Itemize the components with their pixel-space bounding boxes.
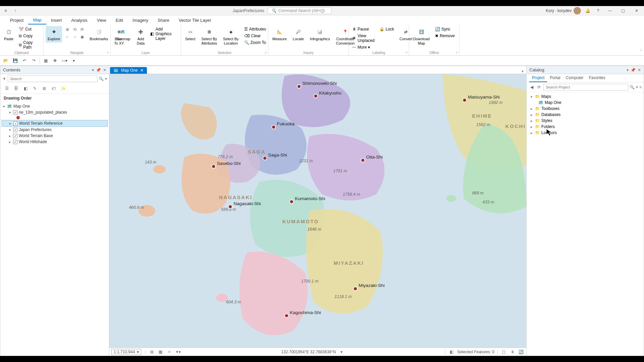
catalog-item[interactable]: ▸📁Databases <box>528 112 642 118</box>
expand-icon[interactable]: ▾ <box>2 105 6 108</box>
sync-button[interactable]: 🔄Sync <box>434 26 456 32</box>
bookmarks-button[interactable]: 📑 Bookmarks <box>88 26 110 43</box>
app-menu-icon[interactable]: ≡ <box>3 8 9 14</box>
lock-labeling-button[interactable]: 🔒Lock <box>378 26 395 32</box>
catalog-tab-favorites[interactable]: Favorites <box>586 74 608 82</box>
expand-icon[interactable]: ▸ <box>8 134 12 138</box>
catalog-close-button[interactable]: ✕ <box>638 68 641 72</box>
close-button[interactable]: ✕ <box>632 8 641 13</box>
menu-imagery[interactable]: Imagery <box>128 16 153 24</box>
collapse-ribbon-button[interactable]: ˄ <box>640 49 642 54</box>
notifications-icon[interactable]: 🔔 <box>585 8 591 14</box>
selection-dialog-launcher[interactable]: ⤢ <box>264 51 267 54</box>
expand-icon[interactable]: ▸ <box>529 113 533 117</box>
user-account[interactable]: Kory · korydev <box>546 7 581 14</box>
contents-search-input[interactable] <box>8 75 97 82</box>
expand-icon[interactable]: ▾ <box>529 95 533 99</box>
map-view-options-button[interactable]: ▾ <box>519 69 526 74</box>
map-tab[interactable]: 🗺️ Map One ✕ <box>110 67 147 74</box>
contents-pin-button[interactable]: 📌 <box>96 68 101 72</box>
expand-icon[interactable]: ▾ <box>8 111 12 114</box>
select-by-location-button[interactable]: ◈Select By Location <box>221 26 240 47</box>
menu-insert[interactable]: Insert <box>46 16 67 24</box>
catalog-search-options-button[interactable]: ▾ <box>636 85 638 89</box>
layer-item[interactable]: ▸✓World Terrain Base <box>2 133 108 139</box>
catalog-tab-project[interactable]: Project <box>529 74 547 82</box>
catalog-search-input[interactable] <box>543 84 628 90</box>
list-by-source-button[interactable]: 🗄 <box>12 85 20 92</box>
list-by-editing-button[interactable]: ✎ <box>31 85 39 92</box>
catalog-back-button[interactable]: ◀ <box>529 84 535 90</box>
attributes-button[interactable]: ☰Attributes <box>243 26 268 32</box>
catalog-item[interactable]: 🗺️Map One <box>528 100 642 106</box>
expand-icon[interactable]: ▸ <box>8 122 12 125</box>
menu-vector-tile-layer[interactable]: Vector Tile Layer <box>174 16 216 24</box>
layer-item[interactable]: ▾✓Japan Prefectures <box>2 127 108 133</box>
menu-view[interactable]: View <box>92 16 111 24</box>
basemap-button[interactable]: 🗺️ Basemap <box>113 26 132 43</box>
download-map-button[interactable]: ⬇️Download Map <box>411 26 432 47</box>
list-by-drawing-order-button[interactable]: ☰ <box>3 85 10 92</box>
contents-options-button[interactable]: ▾ <box>92 68 94 72</box>
layer-checkbox[interactable]: ✓ <box>13 140 17 144</box>
pause-drawing-button[interactable]: ⏸ <box>509 349 516 355</box>
list-by-selection-button[interactable]: ◧ <box>22 85 29 92</box>
save-project-button[interactable]: 💾 <box>11 57 19 64</box>
catalog-tab-computer[interactable]: Computer <box>563 74 586 82</box>
layer-checkbox[interactable]: ✓ <box>13 110 17 115</box>
search-icon[interactable]: 🔍 <box>99 76 104 81</box>
add-data-button[interactable]: ➕ Add Data <box>134 26 147 47</box>
offline-dialog-launcher[interactable]: ⤢ <box>455 51 458 54</box>
catalog-item[interactable]: ▾📁Maps <box>528 94 642 100</box>
map-scale-selector[interactable]: 1:1,710,944 ▾ <box>111 349 141 355</box>
menu-analysis[interactable]: Analysis <box>66 16 92 24</box>
close-map-tab-button[interactable]: ✕ <box>140 68 144 73</box>
layer-checkbox[interactable]: ✓ <box>13 121 18 126</box>
undo-button[interactable]: ↶ <box>21 57 28 64</box>
help-icon[interactable]: ? <box>595 8 601 14</box>
more-labeling-button[interactable]: ⋯More▾ <box>351 44 376 50</box>
navigate-tools[interactable]: ⊕⟲⟳ ←→◉ <box>64 26 86 40</box>
infographics-button[interactable]: 📊Infographics <box>308 26 332 43</box>
filter-icon[interactable]: ▼ <box>2 76 6 81</box>
menu-map[interactable]: Map <box>28 16 46 24</box>
measure-button[interactable]: 📐Measure <box>270 26 289 43</box>
copy-button[interactable]: ⧉Copy <box>17 33 41 39</box>
clear-selection-button[interactable]: ⌫Clear <box>243 33 268 39</box>
list-by-labeling-button[interactable]: 🏷 <box>50 85 57 92</box>
pause-labeling-button[interactable]: ⏸Pause <box>351 26 376 32</box>
cut-button[interactable]: ✂️Cut <box>17 26 41 32</box>
qat-tool-3[interactable]: ▭▾ <box>61 57 68 64</box>
qat-tool-1[interactable]: ▦ <box>42 57 49 64</box>
layer-checkbox[interactable]: ✓ <box>13 134 17 138</box>
copy-path-button[interactable]: ⧉Copy Path <box>17 40 41 50</box>
menu-edit[interactable]: Edit <box>111 16 128 24</box>
layer-item[interactable]: ▸✓World Hillshade <box>2 139 108 145</box>
navigate-dialog-launcher[interactable]: ⤢ <box>107 51 109 54</box>
select-by-attributes-button[interactable]: ⊞Select By Attributes <box>200 26 219 47</box>
expand-icon[interactable]: ▸ <box>529 119 533 123</box>
open-project-button[interactable]: 📂 <box>2 57 9 64</box>
list-by-perspective-button[interactable]: ✨ <box>59 85 67 92</box>
select-button[interactable]: ▭Select <box>183 26 198 43</box>
zoom-to-button[interactable]: 🔍Zoom To <box>243 40 268 46</box>
catalog-item[interactable]: ▸📁Locators <box>528 130 642 136</box>
command-search[interactable]: 🔍 Command Search (Alt+Q) <box>268 7 331 14</box>
grid-button[interactable]: ▦ <box>158 349 164 355</box>
catalog-item[interactable]: ▸📁Toolboxes <box>528 106 642 112</box>
layer-checkbox[interactable]: ✓ <box>13 128 17 132</box>
catalog-pin-button[interactable]: 📌 <box>631 68 636 72</box>
expand-icon[interactable]: ▸ <box>529 125 533 129</box>
minimize-button[interactable]: — <box>605 8 614 13</box>
dynamic-constraints-button[interactable]: ✧ <box>166 349 172 355</box>
maximize-button[interactable]: ▢ <box>619 8 628 13</box>
coord-format-button[interactable]: ▾ <box>338 349 344 355</box>
remove-offline-button[interactable]: ✖Remove <box>434 33 456 39</box>
snapping-button[interactable]: ⊞ <box>149 349 155 355</box>
qat-tool-2[interactable]: ✥ <box>51 57 59 64</box>
layer-item[interactable]: ▾✓ne_10m_populated_places <box>2 109 108 115</box>
map-root-item[interactable]: ▾ 🗺️ Map One <box>2 103 108 109</box>
expand-icon[interactable]: ▸ <box>529 107 533 111</box>
redo-button[interactable]: ↷ <box>30 57 38 64</box>
refresh-button[interactable]: 🔄 <box>518 349 524 355</box>
